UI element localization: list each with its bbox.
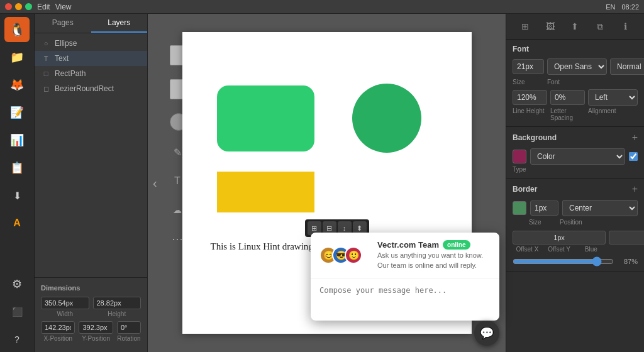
bg-checkbox[interactable] — [629, 152, 638, 161]
height-field: Height — [93, 297, 142, 317]
size-label: Size — [513, 79, 544, 85]
font-row2-labels: Line Height Letter Spacing Alignment — [513, 107, 638, 121]
ubuntu-logo: 🐧 — [9, 22, 25, 37]
bg-type-label: Type — [513, 166, 638, 173]
chat-compose-input[interactable] — [319, 286, 491, 311]
grid-icon[interactable]: ⊞ — [518, 19, 533, 34]
shape-rect-yellow[interactable] — [217, 172, 314, 212]
tab-layers[interactable]: Layers — [91, 14, 148, 33]
font-row1: Open Sans Normal — [513, 58, 638, 75]
height-input[interactable] — [93, 297, 142, 309]
shadow-offset-y[interactable] — [609, 231, 644, 245]
chat-fab-button[interactable]: 💬 — [474, 321, 499, 346]
layer-item-ellipse[interactable]: ○ Ellipse — [35, 36, 147, 51]
ellipse-layer-label: Ellipse — [55, 39, 141, 48]
add-background-button[interactable]: + — [632, 132, 638, 143]
alignment-select[interactable]: Left Center Right — [588, 89, 638, 106]
nav-arrow-left[interactable]: ‹ — [153, 176, 157, 190]
dimensions-panel: Dimensions Width Height X-Position — [35, 277, 147, 352]
menu-edit[interactable]: Edit — [37, 3, 50, 11]
letter-spacing-input[interactable] — [550, 90, 585, 105]
tab-pages[interactable]: Pages — [35, 14, 91, 33]
right-panel-icons: ⊞ 🖼 ⬆ ⧉ ℹ — [506, 14, 644, 40]
spreadsheet-logo: 📊 — [10, 133, 24, 147]
traffic-lights — [5, 3, 32, 10]
rectpath-layer-icon: □ — [41, 70, 51, 77]
panel-tabs: Pages Layers — [35, 14, 147, 33]
chat-popup: 😊 😎 🙂 Vectr.com Team online Ask us anyth… — [311, 233, 499, 321]
layer-item-text[interactable]: T Text — [35, 51, 147, 66]
dimensions-title: Dimensions — [41, 284, 141, 292]
texteditor-icon[interactable]: 📝 — [4, 100, 30, 125]
width-input[interactable] — [41, 297, 89, 309]
maximize-button[interactable] — [25, 3, 32, 10]
presentation-icon[interactable]: 📋 — [4, 155, 30, 180]
input-method: EN — [606, 3, 615, 11]
bg-row: Color Gradient — [513, 148, 638, 165]
background-section: Background + Color Gradient Type — [506, 127, 644, 179]
xpos-label: X-Position — [41, 335, 75, 342]
line-height-input[interactable] — [513, 90, 547, 105]
shape-rect-green[interactable] — [217, 85, 314, 151]
font-weight-select[interactable]: Normal — [610, 58, 644, 75]
layer-item-bezier[interactable]: ◻ BezierRoundRect — [35, 81, 147, 96]
settings-icon[interactable]: ⚙ — [4, 272, 30, 297]
chat-team-name: Vectr.com Team online — [377, 240, 491, 250]
shape-circle-green[interactable] — [352, 84, 421, 153]
ubuntu-icon[interactable]: 🐧 — [4, 17, 30, 42]
border-color-swatch[interactable] — [513, 201, 526, 215]
export-icon[interactable]: ⬆ — [567, 19, 582, 34]
ypos-input[interactable] — [79, 321, 113, 334]
shadow-blue-label: Blue — [577, 246, 606, 253]
font-size-input[interactable] — [513, 59, 544, 74]
image-icon[interactable]: 🖼 — [543, 19, 558, 34]
shadow-row — [513, 231, 638, 245]
spreadsheet-icon[interactable]: 📊 — [4, 128, 30, 153]
letter-spacing-label: Letter Spacing — [550, 107, 585, 121]
chat-avatars: 😊 😎 🙂 — [319, 246, 362, 264]
layer-item-rectpath[interactable]: □ RectPath — [35, 66, 147, 81]
font-family-select[interactable]: Open Sans — [547, 58, 607, 75]
info-icon[interactable]: ℹ — [618, 19, 633, 34]
opacity-row: 87% — [513, 256, 638, 267]
shadow-offset-x[interactable] — [513, 231, 606, 245]
minimize-button[interactable] — [15, 3, 22, 10]
alignment-label: Alignment — [588, 107, 638, 121]
bezier-layer-icon: ◻ — [41, 85, 51, 93]
close-button[interactable] — [5, 3, 12, 10]
border-row: Center Inside Outside — [513, 200, 638, 216]
shadow-spread-label — [608, 246, 638, 253]
border-position-select[interactable]: Center Inside Outside — [562, 200, 638, 216]
bg-color-swatch[interactable] — [513, 150, 526, 163]
installer-icon[interactable]: ⬇ — [4, 183, 30, 208]
background-section-header: Background + — [513, 132, 638, 143]
help-icon[interactable]: ? — [4, 327, 30, 352]
rotation-input[interactable] — [117, 321, 141, 334]
panel-items: ○ Ellipse T Text □ RectPath ◻ BezierRoun… — [35, 33, 147, 277]
files-icon[interactable]: 📁 — [4, 45, 30, 70]
firefox-icon[interactable]: 🦊 — [4, 72, 30, 97]
opacity-slider[interactable] — [513, 256, 614, 267]
amazon-icon[interactable]: A — [4, 211, 30, 236]
terminal-icon[interactable]: ⬛ — [4, 299, 30, 324]
bezier-layer-label: BezierRoundRect — [55, 84, 141, 93]
layers-panel: Pages Layers ○ Ellipse T Text □ RectPath… — [35, 14, 148, 352]
dim-row-wh: Width Height — [41, 297, 141, 317]
layers-icon[interactable]: ⧉ — [592, 19, 608, 34]
presentation-logo: 📋 — [10, 161, 24, 175]
border-size-label: Size — [529, 219, 557, 226]
chat-info: Vectr.com Team online Ask us anything yo… — [371, 240, 491, 270]
width-label: Width — [41, 311, 89, 317]
add-border-button[interactable]: + — [632, 184, 638, 195]
border-size-input[interactable] — [530, 201, 558, 216]
bg-type-select[interactable]: Color Gradient — [530, 148, 625, 165]
chat-header: 😊 😎 🙂 Vectr.com Team online Ask us anyth… — [311, 233, 499, 278]
firefox-logo: 🦊 — [10, 78, 24, 92]
height-label: Height — [93, 311, 142, 317]
shadow-offset-y-label: Offset Y — [545, 246, 574, 253]
ypos-field: Y-Position — [79, 321, 113, 342]
xpos-input[interactable] — [41, 321, 75, 334]
border-labels: Size Position — [513, 219, 638, 226]
menu-view[interactable]: View — [55, 3, 72, 11]
border-section-title: Border — [513, 185, 537, 194]
